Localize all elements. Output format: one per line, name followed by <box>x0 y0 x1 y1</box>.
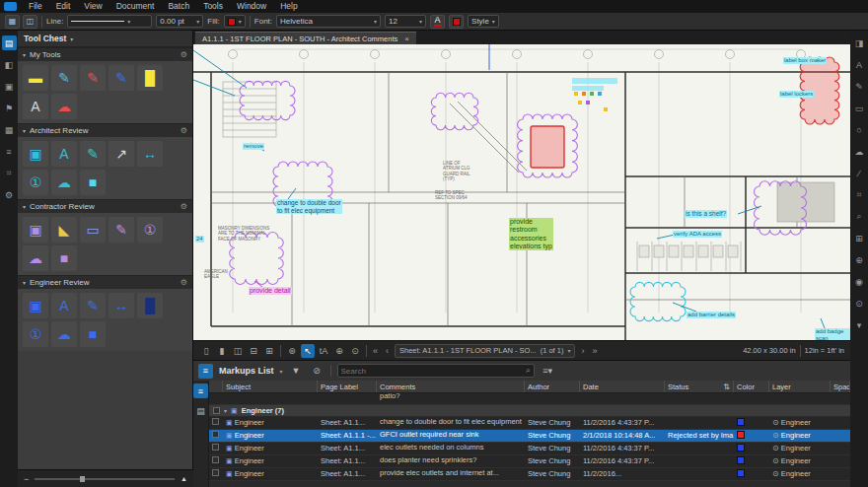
tool-pen[interactable]: ✎ <box>108 217 134 243</box>
markup-text[interactable]: label box maker <box>783 57 827 64</box>
tool-cloud-red[interactable]: ☁ <box>51 94 77 119</box>
tool-note[interactable]: █ <box>137 65 163 91</box>
bookmarks-icon[interactable]: ⚑ <box>2 101 17 115</box>
drawing-canvas[interactable]: label box makerlabel lockersremovechange… <box>193 44 850 340</box>
markup-text[interactable]: AMERICANEAGLE <box>203 269 229 280</box>
tool-text[interactable]: A <box>51 293 77 318</box>
properties-icon[interactable]: ◧ <box>2 57 17 72</box>
tool-arrow[interactable]: ↗ <box>108 141 134 167</box>
row-checkbox[interactable] <box>212 444 219 451</box>
gear-icon[interactable]: ⚙ <box>181 126 187 135</box>
eye-icon[interactable]: ⊙ <box>772 418 779 427</box>
markup-text[interactable]: provide detail <box>249 287 292 295</box>
fill-color-dropdown[interactable]: ▾ <box>224 15 246 28</box>
hide-markups-icon[interactable]: ⊘ <box>310 364 325 379</box>
list-options-icon[interactable]: ≡▾ <box>541 364 555 379</box>
dashboard-icon[interactable]: ▦ <box>5 15 20 29</box>
tool-pen-blue[interactable]: ✎ <box>51 65 77 91</box>
dynamic-zoom-icon[interactable]: ⊙ <box>348 344 362 358</box>
markup-text[interactable]: is this a shelf? <box>685 210 727 218</box>
markup-text[interactable]: 24 <box>195 236 204 243</box>
color-swatch[interactable] <box>737 469 745 477</box>
markup-text[interactable]: providerestroomaccessorieselevations typ <box>509 218 553 250</box>
document-tab[interactable]: A1.1.1 - 1ST FLOOR PLAN - SOUTH - Archit… <box>195 32 416 44</box>
sheet-selector-dropdown[interactable]: Sheet: A1.1.1 - 1ST FLOOR PLAN - SO... (… <box>395 344 575 358</box>
markup-text[interactable]: add barrier details <box>687 312 736 318</box>
panel-slider[interactable] <box>35 478 175 480</box>
column-header-color[interactable]: Color <box>734 381 769 392</box>
filter-icon[interactable]: ▼ <box>289 364 304 379</box>
table-row[interactable]: ▣ EngineerSheet: A1.1...does planter nee… <box>209 455 850 468</box>
tool-chest-title-bar[interactable]: Tool Chest ▾ <box>18 31 192 47</box>
panels-icon[interactable]: ◫ <box>23 15 37 29</box>
column-header-status[interactable]: Status ⇅ <box>665 381 734 392</box>
section-header-my-tools[interactable]: ▾My Tools⚙ <box>18 47 192 61</box>
tool-triangle[interactable]: ◣ <box>51 217 77 243</box>
sort-icon[interactable]: ⇅ <box>723 383 730 391</box>
tool-note[interactable]: █ <box>137 293 163 318</box>
group-checkbox[interactable] <box>213 407 220 414</box>
tool-pen-navy[interactable]: ✎ <box>108 65 134 91</box>
select-icon[interactable]: ↖ <box>301 344 315 358</box>
text-tool-icon[interactable]: A <box>852 57 867 72</box>
table-row[interactable]: ▣ EngineerSheet: A1.1.1 -...GFCI outlet … <box>209 430 850 443</box>
font-dropdown[interactable]: Helvetica ▾ <box>276 15 381 28</box>
layers-icon[interactable]: ≡ <box>2 144 17 159</box>
tool-pen[interactable]: ✎ <box>80 293 106 318</box>
pen-tool-icon[interactable]: ✎ <box>852 79 867 94</box>
stamp-tool-icon[interactable]: ◉ <box>852 274 867 289</box>
select-text-icon[interactable]: tA <box>317 344 330 358</box>
markup-text[interactable]: label lockers <box>779 91 814 98</box>
properties-panel-icon[interactable]: ◨ <box>852 35 867 50</box>
gear-icon[interactable]: ⚙ <box>181 50 187 59</box>
close-icon[interactable]: × <box>404 35 409 43</box>
zoom-in-icon[interactable]: ⊕ <box>332 344 346 358</box>
gear-icon[interactable]: ⚙ <box>181 202 187 211</box>
font-size-dropdown[interactable]: 12 ▾ <box>385 15 426 28</box>
search-input[interactable] <box>341 367 527 376</box>
tool-chest-icon[interactable]: ▤ <box>2 35 17 50</box>
line-width-dropdown[interactable]: 0.00 pt ▾ <box>156 15 203 28</box>
color-swatch[interactable] <box>737 418 745 426</box>
column-header-date[interactable]: Date <box>580 381 665 392</box>
zoom-tool-icon[interactable]: ⊙ <box>852 296 867 311</box>
collapse-icon[interactable]: − <box>24 474 29 484</box>
markup-text[interactable]: add badge scan <box>815 328 850 340</box>
tool-area[interactable]: ■ <box>80 321 106 347</box>
line-tool-icon[interactable]: ∕ <box>852 166 867 180</box>
eye-icon[interactable]: ⊙ <box>772 469 779 478</box>
tool-text[interactable]: A <box>51 141 77 167</box>
tool-callout[interactable]: ▣ <box>23 141 48 167</box>
next-page-icon[interactable]: › <box>579 346 586 356</box>
select-all-column[interactable] <box>209 381 223 392</box>
tool-dimension[interactable]: ↔ <box>108 293 134 318</box>
menu-document[interactable]: Document <box>109 0 162 13</box>
color-swatch[interactable] <box>737 431 745 439</box>
tool-rectangle[interactable]: ▭ <box>80 217 106 243</box>
gear-icon[interactable]: ⚙ <box>181 278 187 287</box>
first-page-icon[interactable]: « <box>371 346 380 356</box>
menu-file[interactable]: File <box>22 0 49 13</box>
tool-text[interactable]: A <box>23 94 48 119</box>
markup-text[interactable]: LINE OFATRIUM CLGGUARD RAIL(TYP) <box>442 161 471 181</box>
last-page-icon[interactable]: » <box>590 346 599 356</box>
eye-icon[interactable]: ⊙ <box>772 431 779 440</box>
split-view-icon[interactable]: ⊟ <box>247 344 260 358</box>
search-icon[interactable]: ⌕ <box>526 366 530 376</box>
color-swatch[interactable] <box>737 444 745 452</box>
tool-count[interactable]: ① <box>23 321 48 347</box>
previous-page-icon[interactable]: ‹ <box>384 346 391 356</box>
group-row-engineer[interactable]: ▾▣Engineer (7) <box>209 405 850 417</box>
row-checkbox[interactable] <box>212 431 219 438</box>
tool-callout[interactable]: ▣ <box>23 217 48 243</box>
search-panel-icon[interactable]: ⌕ <box>852 209 867 224</box>
tool-dimension[interactable]: ↔ <box>137 141 163 167</box>
snapshot-tool-icon[interactable]: ⊞ <box>852 231 867 245</box>
markup-text[interactable]: REF TO SPECSECTION 09/64 <box>434 190 469 201</box>
menu-window[interactable]: Window <box>230 0 273 13</box>
ellipse-tool-icon[interactable]: ○ <box>852 122 867 137</box>
color-swatch-icon[interactable] <box>449 15 464 29</box>
markup-text[interactable]: MASONRY DIMENSIONSARE TO THE NOMINALFACE… <box>217 226 270 242</box>
thumbnails-icon[interactable]: ▦ <box>2 122 17 137</box>
markup-text[interactable]: verify ADA access <box>673 231 722 238</box>
